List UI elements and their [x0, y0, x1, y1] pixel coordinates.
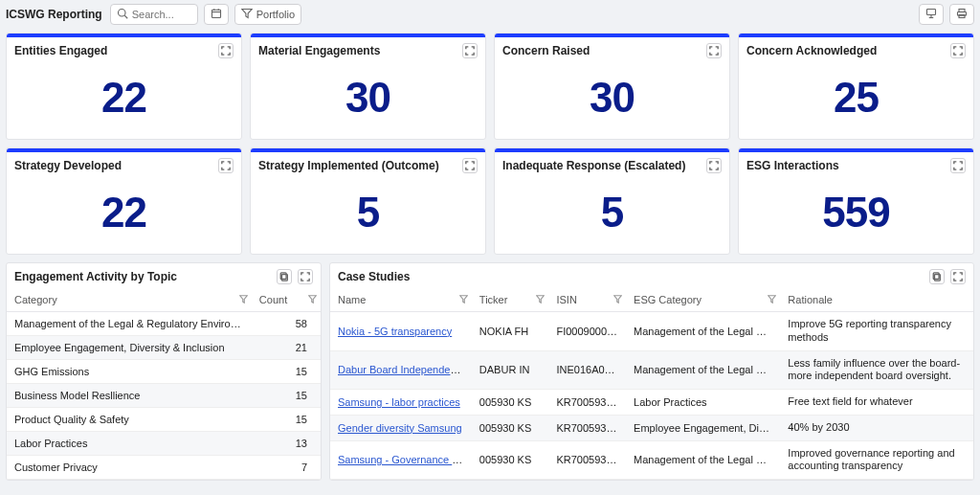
cell-isin: KR7005930003: [548, 440, 626, 480]
cell-category: Business Model Resllience: [7, 384, 252, 408]
print-button[interactable]: [949, 4, 974, 25]
kpi-title: Material Engagements: [258, 44, 462, 57]
svg-marker-16: [309, 296, 317, 304]
search-box[interactable]: [110, 4, 198, 25]
expand-button[interactable]: [218, 158, 234, 173]
kpi-title: Inadequate Response (Escalated): [502, 159, 706, 172]
cell-name: Samsung - labor practices: [330, 390, 472, 416]
cell-rationale: Less family influence over the board- mo…: [780, 350, 973, 390]
case-study-link[interactable]: Dabur Board Independence: [338, 364, 467, 375]
search-input[interactable]: [132, 9, 191, 20]
cell-category: Employee Engagement, Diversity & Inclusi…: [7, 336, 252, 360]
svg-marker-22: [768, 296, 776, 304]
table-row[interactable]: GHG Emissions15: [7, 360, 321, 384]
engagement-activity-table: Category Count Management of the Legal &…: [7, 288, 321, 480]
svg-rect-2: [212, 10, 220, 17]
cell-name: Samsung - Governance & Transparency: [330, 440, 472, 480]
cell-ticker: DABUR IN: [472, 350, 549, 390]
kpi-row-2: Strategy Developed 22 Strategy Implement…: [6, 147, 974, 255]
kpi-card-esg-interactions: ESG Interactions 559: [738, 147, 974, 255]
expand-button[interactable]: [218, 43, 234, 58]
svg-rect-7: [927, 10, 936, 15]
copy-button[interactable]: [277, 269, 292, 284]
funnel-icon[interactable]: [308, 294, 317, 305]
expand-button[interactable]: [950, 158, 966, 173]
cell-name: Dabur Board Independence: [330, 350, 472, 390]
case-study-link[interactable]: Samsung - labor practices: [338, 396, 460, 408]
funnel-icon[interactable]: [459, 294, 468, 305]
table-row[interactable]: Samsung - labor practices005930 KSKR7005…: [330, 390, 973, 416]
case-studies-table: Name Ticker ISIN ESG Category Rationale …: [330, 288, 973, 480]
expand-button[interactable]: [298, 269, 313, 284]
svg-marker-20: [537, 296, 545, 304]
expand-button[interactable]: [462, 158, 478, 173]
kpi-value: 5: [251, 177, 485, 254]
portfolio-filter-button[interactable]: Portfolio: [234, 4, 301, 25]
case-study-link[interactable]: Gender diversity Samsung: [338, 422, 462, 434]
kpi-title: Strategy Developed: [14, 159, 218, 172]
table-row[interactable]: Product Quality & Safety15: [7, 408, 321, 432]
column-header-rationale[interactable]: Rationale: [780, 288, 973, 312]
app-title: ICSWG Reporting: [6, 8, 102, 21]
presentation-icon: [925, 8, 937, 21]
cell-ticker: NOKIA FH: [472, 312, 549, 351]
funnel-icon[interactable]: [768, 294, 776, 305]
cell-category: Customer Privacy: [7, 456, 252, 480]
search-icon: [117, 8, 128, 22]
expand-button[interactable]: [950, 43, 966, 58]
funnel-icon[interactable]: [239, 294, 248, 305]
expand-button[interactable]: [706, 158, 722, 173]
table-row[interactable]: Dabur Board IndependenceDABUR ININE016A0…: [330, 350, 973, 390]
table-row[interactable]: Nokia - 5G transparencyNOKIA FHFI0009000…: [330, 312, 973, 351]
svg-marker-21: [614, 296, 622, 304]
table-row[interactable]: Management of the Legal & Regulatory Env…: [7, 312, 321, 336]
kpi-title: Entities Engaged: [14, 44, 218, 57]
case-study-link[interactable]: Samsung - Governance & Transparency: [338, 454, 472, 465]
kpi-card-inadequate-response: Inadequate Response (Escalated) 5: [494, 147, 730, 255]
cell-count: 15: [252, 360, 321, 384]
table-row[interactable]: Gender diversity Samsung005930 KSKR70059…: [330, 415, 973, 440]
cell-rationale: Improve 5G reporting transparency method…: [780, 312, 973, 351]
cell-category: GHG Emissions: [7, 360, 252, 384]
top-bar: ICSWG Reporting Portfolio: [0, 0, 980, 29]
copy-button[interactable]: [929, 269, 945, 284]
present-button[interactable]: [919, 4, 944, 25]
column-header-isin[interactable]: ISIN: [548, 288, 626, 312]
cell-esg-category: Labor Practices: [626, 390, 780, 416]
panel-title: Engagement Activity by Topic: [14, 270, 277, 283]
portfolio-filter-label: Portfolio: [256, 9, 295, 20]
cell-isin: KR7005930003: [548, 415, 626, 440]
funnel-icon[interactable]: [613, 294, 622, 305]
case-studies-panel: Case Studies Name Ticker ISIN ESG Catego…: [329, 262, 974, 481]
funnel-icon[interactable]: [536, 294, 545, 305]
kpi-card-entities-engaged: Entities Engaged 22: [6, 33, 242, 140]
column-header-name[interactable]: Name: [330, 288, 472, 312]
case-study-link[interactable]: Nokia - 5G transparency: [338, 326, 452, 337]
cell-rationale: Free text field for whatever: [780, 390, 973, 416]
expand-button[interactable]: [462, 43, 478, 58]
cell-ticker: 005930 KS: [472, 415, 549, 440]
kpi-row-1: Entities Engaged 22 Material Engagements…: [6, 33, 974, 140]
cell-count: 58: [252, 312, 321, 336]
column-header-category[interactable]: Category: [7, 288, 252, 312]
column-header-esg[interactable]: ESG Category: [626, 288, 780, 312]
lower-row: Engagement Activity by Topic Category Co…: [6, 262, 974, 481]
table-row[interactable]: Samsung - Governance & Transparency00593…: [330, 440, 973, 480]
kpi-card-concern-raised: Concern Raised 30: [494, 33, 730, 140]
printer-icon: [956, 8, 968, 21]
cell-category: Management of the Legal & Regulatory Env…: [7, 312, 252, 336]
calendar-button[interactable]: [204, 4, 229, 25]
cell-isin: FI0009000681: [548, 312, 626, 351]
expand-button[interactable]: [706, 43, 722, 58]
kpi-title: Concern Raised: [502, 44, 706, 57]
table-row[interactable]: Employee Engagement, Diversity & Inclusi…: [7, 336, 321, 360]
cell-count: 15: [252, 408, 321, 432]
kpi-card-material-engagements: Material Engagements 30: [250, 33, 486, 140]
table-row[interactable]: Customer Privacy7: [7, 456, 321, 480]
cell-category: Product Quality & Safety: [7, 408, 252, 432]
column-header-count[interactable]: Count: [252, 288, 321, 312]
expand-button[interactable]: [950, 269, 966, 284]
table-row[interactable]: Business Model Resllience15: [7, 384, 321, 408]
table-row[interactable]: Labor Practices13: [7, 432, 321, 456]
column-header-ticker[interactable]: Ticker: [472, 288, 549, 312]
